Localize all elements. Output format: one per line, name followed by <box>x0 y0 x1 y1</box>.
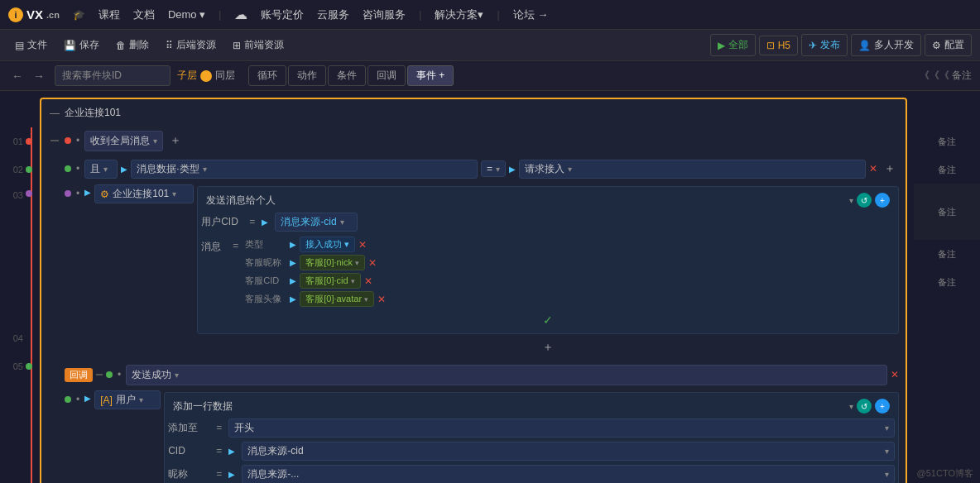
row-01-arrow: ▾ <box>153 136 157 146</box>
cid-label: CID <box>168 445 209 457</box>
sub-type-expand[interactable]: ▶ <box>290 240 296 249</box>
row-03-action-area: 发送消息给个人 ▾ ↺ + 用户CID = ▶ 消息来源-cid <box>197 184 899 359</box>
tab-action[interactable]: 动作 <box>288 65 326 86</box>
line-01: 01 <box>0 127 30 155</box>
sub-avatar-expand[interactable]: ▶ <box>290 294 296 304</box>
row-01-select[interactable]: 收到全局消息 ▾ <box>84 131 163 151</box>
tab-callback[interactable]: 回调 <box>368 65 406 86</box>
line-num-02: 02 <box>13 165 23 175</box>
file-btn[interactable]: ▤ 文件 <box>8 35 54 55</box>
param-user-cid-expand[interactable]: ▶ <box>262 218 268 227</box>
row-03-expand[interactable]: ▶ <box>84 184 91 197</box>
param-user-cid-val[interactable]: 消息来源-cid ▾ <box>275 213 358 232</box>
sub-nick-expand[interactable]: ▶ <box>290 258 296 267</box>
cid-val-arrow: ▾ <box>885 447 889 456</box>
sublayer-toggle[interactable]: 子层 同层 <box>177 69 235 83</box>
sub-nick-val-text: 客服[0]·nick <box>305 256 353 269</box>
note-01[interactable]: 备注 <box>914 127 980 155</box>
collapse-icon[interactable]: — <box>50 108 60 119</box>
nav-forum[interactable]: 论坛 → <box>513 7 549 22</box>
row-01-add[interactable]: ＋ <box>166 132 185 150</box>
nick-expand[interactable]: ▶ <box>228 470 235 479</box>
cid-eq: = <box>216 445 222 457</box>
nick-val[interactable]: 消息来源-... ▾ <box>242 465 895 484</box>
sub-type-val[interactable]: 接入成功 ▾ <box>300 237 355 252</box>
sub-nick-val[interactable]: 客服[0]·nick ▾ <box>300 255 365 270</box>
publish-btn[interactable]: ✈ 发布 <box>801 34 848 56</box>
action-03-refresh[interactable]: ↺ <box>857 193 872 208</box>
tab-loop[interactable]: 循环 <box>248 65 286 86</box>
delete-btn[interactable]: 🗑 删除 <box>109 35 156 55</box>
cid-row: CID = ▶ 消息来源-cid ▾ <box>168 439 895 462</box>
row-02-eq-select[interactable]: = ▾ <box>481 160 506 177</box>
frontend-icon: ⊞ <box>233 40 241 51</box>
run-all-btn[interactable]: ▶ 全部 <box>710 34 756 56</box>
nav-demo[interactable]: Demo ▾ <box>168 8 205 21</box>
row-01: • 收到全局消息 ▾ ＋ <box>45 127 902 155</box>
add-at-val[interactable]: 开头 ▾ <box>228 418 895 438</box>
note-05[interactable]: 备注 <box>914 268 980 296</box>
tab-condition[interactable]: 条件 <box>328 65 366 86</box>
config-btn[interactable]: ⚙ 配置 <box>925 34 972 56</box>
nav-courses[interactable]: 课程 <box>98 7 120 22</box>
add-at-arrow: ▾ <box>885 423 889 433</box>
param-msg-label: 消息 <box>201 237 226 254</box>
frontend-btn[interactable]: ⊞ 前端资源 <box>226 35 291 55</box>
action-03-plus[interactable]: + <box>875 193 890 208</box>
row-02-expand[interactable]: ▶ <box>121 165 127 174</box>
h5-btn[interactable]: ⊡ H5 <box>759 36 798 55</box>
cid-expand[interactable]: ▶ <box>228 447 235 456</box>
nav-docs[interactable]: 文档 <box>133 7 155 22</box>
row-03-add[interactable]: ＋ <box>539 338 557 356</box>
row-04-select[interactable]: 发送成功 ▾ <box>126 365 887 385</box>
sub-nick-x[interactable]: ✕ <box>368 257 377 269</box>
search-box[interactable]: 搜索事件块ID <box>55 65 171 86</box>
back-arrow[interactable]: ← <box>8 68 26 84</box>
search-placeholder: 搜索事件块ID <box>62 69 122 83</box>
confirm-check[interactable]: ✓ <box>543 313 553 327</box>
row-02-x[interactable]: ✕ <box>869 163 877 175</box>
nav-cloud[interactable]: 云服务 <box>317 7 349 22</box>
add-data-plus[interactable]: + <box>875 399 890 414</box>
note-02[interactable]: 备注 <box>914 155 980 184</box>
note-04[interactable]: 备注 <box>914 240 980 268</box>
tab-event[interactable]: 事件 + <box>407 65 454 86</box>
row-05-expand[interactable]: ▶ <box>84 390 91 403</box>
cid-val[interactable]: 消息来源-cid ▾ <box>242 442 895 461</box>
save-label: 保存 <box>79 38 99 52</box>
nav-pricing[interactable]: 账号定价 <box>261 7 304 22</box>
vertical-line <box>31 127 32 483</box>
row-02-cond-select[interactable]: 消息数据·类型 ▾ <box>131 160 478 179</box>
param-user-cid-arrow: ▾ <box>340 218 344 227</box>
sub-cid-x[interactable]: ✕ <box>364 275 372 287</box>
row-03-enterprise-select[interactable]: ⚙ 企业连接101 ▾ <box>94 184 194 203</box>
row-03-enterprise-arrow: ▾ <box>172 189 176 198</box>
row-05-user-select[interactable]: [A] 用户 ▾ <box>94 390 161 409</box>
notes-btn[interactable]: 《《《 备注 <box>920 69 972 83</box>
nav-solution[interactable]: 解决方案▾ <box>435 7 483 22</box>
multi-dev-btn[interactable]: 👤 多人开发 <box>851 34 921 56</box>
sub-avatar-x[interactable]: ✕ <box>377 294 386 305</box>
backend-btn[interactable]: ⠿ 后端资源 <box>159 35 223 55</box>
row-02-val-select[interactable]: 请求接入 ▾ <box>519 160 866 179</box>
row-02-val-arrow: ▾ <box>568 165 572 174</box>
toggle-dot[interactable] <box>200 70 212 82</box>
forward-arrow[interactable]: → <box>30 68 48 84</box>
sub-cid-expand[interactable]: ▶ <box>290 276 296 285</box>
sub-avatar-val[interactable]: 客服[0]·avatar ▾ <box>300 291 374 307</box>
row-04-x[interactable]: ✕ <box>891 369 899 380</box>
add-data-refresh[interactable]: ↺ <box>857 399 872 414</box>
nav-consult[interactable]: 咨询服务 <box>363 7 406 22</box>
callback-badge[interactable]: 回调 <box>65 368 93 382</box>
note-03[interactable]: 备注 <box>914 184 980 240</box>
action-03-label: 发送消息给个人 <box>206 194 276 208</box>
nav-icon-hat[interactable]: 🎓 <box>73 9 85 21</box>
sub-cid-val[interactable]: 客服[0]·cid ▾ <box>300 273 360 289</box>
nav-icon-cloud[interactable]: ☁ <box>234 7 247 22</box>
row-02-val-expand[interactable]: ▶ <box>509 165 516 174</box>
sub-type-x[interactable]: ✕ <box>358 239 367 251</box>
h5-label: H5 <box>778 40 790 51</box>
row-02-and-select[interactable]: 且 ▾ <box>84 160 118 179</box>
save-btn[interactable]: 💾 保存 <box>57 35 106 55</box>
row-02-add[interactable]: ＋ <box>881 160 899 178</box>
